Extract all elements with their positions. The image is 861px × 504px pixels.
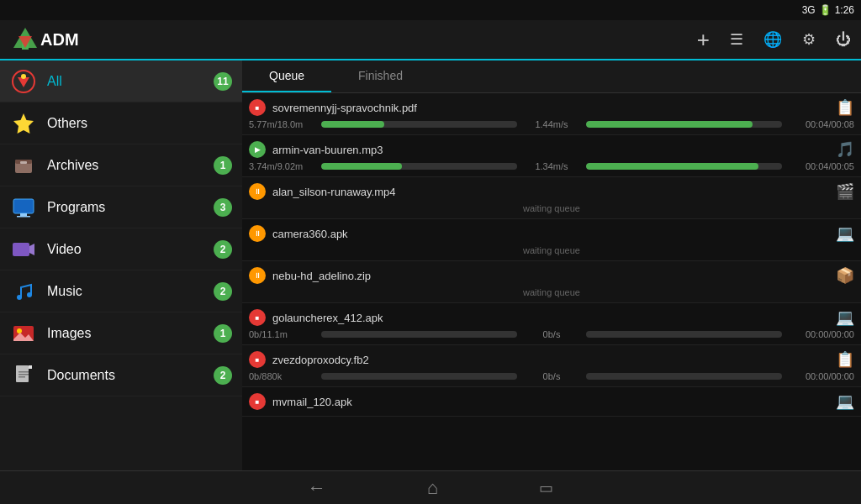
size-info: 0b/11.1m [249, 329, 316, 339]
progress-fill-2 [586, 121, 753, 128]
file-name: armin-van-buuren.mp3 [272, 144, 829, 156]
sidebar-label-programs: Programs [47, 200, 214, 215]
download-item: ■ zvezdoproxodcy.fb2 📋 0b/880k 0b/s 00:0… [242, 345, 861, 387]
badge-programs: 3 [214, 198, 232, 217]
progress-row: 5.77m/18.0m 1.44m/s 00:04/00:08 [249, 119, 854, 129]
progress-fill-1 [321, 121, 384, 128]
item-header: ■ zvezdoproxodcy.fb2 📋 [249, 350, 854, 369]
file-type-icon: 🎬 [836, 182, 854, 201]
badge-all: 11 [214, 72, 232, 91]
file-name: camera360.apk [272, 228, 829, 240]
archives-icon [10, 152, 37, 179]
size-info: 5.77m/18.0m [249, 119, 316, 129]
file-type-icon: 💻 [836, 308, 854, 327]
item-header: ▶ armin-van-buuren.mp3 🎵 [249, 140, 854, 159]
battery-icon: 🔋 [819, 4, 832, 16]
download-item: ▶ armin-van-buuren.mp3 🎵 3.74m/9.02m 1.3… [242, 135, 861, 177]
download-item: ⏸ alan_silson-runaway.mp4 🎬 waiting queu… [242, 177, 861, 219]
time-display: 1:26 [835, 4, 854, 16]
sidebar-label-images: Images [47, 326, 214, 341]
badge-music: 2 [214, 282, 232, 301]
status-bar: 3G 🔋 1:26 [0, 0, 861, 20]
progress-bar-2 [586, 121, 782, 128]
globe-button[interactable]: 🌐 [763, 30, 782, 49]
all-icon [10, 68, 37, 95]
speed-info: 0b/s [522, 371, 581, 381]
others-icon [10, 110, 37, 137]
download-area: Queue Finished ■ sovremennyjj-spravochni… [242, 60, 861, 470]
svg-rect-8 [20, 161, 27, 164]
sidebar-item-archives[interactable]: Archives 1 [0, 144, 242, 186]
file-type-icon: 💻 [836, 224, 854, 243]
stop-button[interactable]: ■ [249, 99, 266, 116]
sidebar-item-all[interactable]: All 11 [0, 60, 242, 102]
item-header: ■ sovremennyjj-spravochnik.pdf 📋 [249, 98, 854, 117]
pause-button[interactable]: ⏸ [249, 225, 266, 242]
sidebar-item-music[interactable]: Music 2 [0, 270, 242, 312]
power-button[interactable]: ⏻ [836, 31, 851, 49]
sidebar-item-others[interactable]: Others [0, 102, 242, 144]
video-icon [10, 236, 37, 263]
speed-info: 1.44m/s [522, 119, 581, 129]
time-info: 00:00/00:00 [787, 371, 854, 381]
item-header: ⏸ alan_silson-runaway.mp4 🎬 [249, 182, 854, 201]
waiting-status: waiting queue [249, 203, 854, 213]
sidebar-item-images[interactable]: Images 1 [0, 312, 242, 354]
download-item: ■ mvmail_120.apk 💻 [242, 387, 861, 417]
progress-row: 3.74m/9.02m 1.34m/s 00:04/00:05 [249, 161, 854, 171]
back-button[interactable]: ← [308, 477, 326, 499]
file-type-icon: 📦 [836, 266, 854, 285]
tab-queue[interactable]: Queue [242, 60, 331, 92]
badge-documents: 2 [214, 366, 232, 385]
sidebar-item-documents[interactable]: Documents 2 [0, 354, 242, 396]
home-button[interactable]: ⌂ [427, 477, 438, 499]
download-item: ■ sovremennyjj-spravochnik.pdf 📋 5.77m/1… [242, 93, 861, 135]
add-button[interactable]: + [697, 27, 710, 53]
download-item: ■ golauncherex_412.apk 💻 0b/11.1m 0b/s 0… [242, 303, 861, 345]
file-name: mvmail_120.apk [272, 396, 829, 408]
time-info: 00:04/00:08 [787, 119, 854, 129]
svg-rect-12 [17, 216, 30, 218]
pause-button[interactable]: ⏸ [249, 183, 266, 200]
speed-info: 0b/s [522, 329, 581, 339]
svg-point-15 [17, 295, 22, 300]
stop-button[interactable]: ■ [249, 309, 266, 326]
file-type-icon: 💻 [836, 392, 854, 411]
sidebar-item-video[interactable]: Video 2 [0, 228, 242, 270]
svg-marker-5 [13, 113, 34, 134]
progress-bar-1 [321, 163, 517, 170]
file-name: nebu-hd_adelino.zip [272, 270, 829, 282]
download-item: ⏸ nebu-hd_adelino.zip 📦 waiting queue [242, 261, 861, 303]
progress-bar-2 [586, 331, 782, 338]
svg-rect-13 [13, 243, 29, 256]
progress-row: 0b/11.1m 0b/s 00:00/00:00 [249, 329, 854, 339]
time-info: 00:04/00:05 [787, 161, 854, 171]
menu-button[interactable]: ☰ [730, 30, 743, 49]
pause-button[interactable]: ⏸ [249, 267, 266, 284]
sidebar-item-programs[interactable]: Programs 3 [0, 186, 242, 228]
svg-rect-24 [18, 374, 29, 375]
speed-info: 1.34m/s [522, 161, 581, 171]
item-header: ■ mvmail_120.apk 💻 [249, 392, 854, 411]
item-header: ⏸ nebu-hd_adelino.zip 📦 [249, 266, 854, 285]
progress-bar-1 [321, 121, 517, 128]
signal-indicator: 3G [802, 4, 816, 16]
download-list: ■ sovremennyjj-spravochnik.pdf 📋 5.77m/1… [242, 93, 861, 470]
stop-button[interactable]: ■ [249, 393, 266, 410]
stop-button[interactable]: ■ [249, 351, 266, 368]
size-info: 0b/880k [249, 371, 316, 381]
bottom-nav: ← ⌂ ▭ [0, 470, 861, 504]
app-title: ADM [40, 30, 697, 50]
file-name: zvezdoproxodcy.fb2 [272, 354, 829, 366]
file-type-icon: 📋 [836, 350, 854, 369]
tab-finished[interactable]: Finished [331, 60, 430, 92]
programs-icon [10, 194, 37, 221]
play-button[interactable]: ▶ [249, 141, 266, 158]
svg-point-16 [27, 292, 32, 297]
svg-point-18 [17, 328, 22, 333]
settings-button[interactable]: ⚙ [802, 30, 816, 49]
recents-button[interactable]: ▭ [539, 479, 553, 497]
sidebar-label-all: All [47, 74, 214, 89]
svg-marker-14 [29, 244, 34, 255]
toolbar: ADM + ☰ 🌐 ⚙ ⏻ [0, 20, 861, 60]
